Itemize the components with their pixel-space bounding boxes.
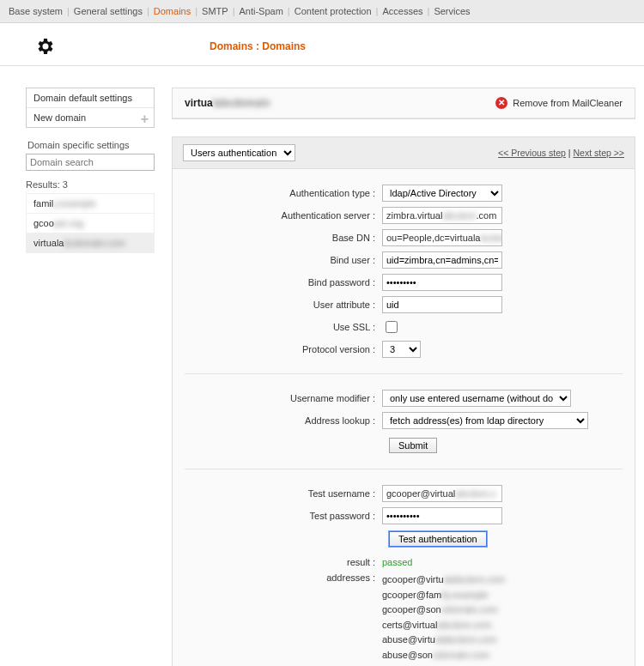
use-ssl-label: Use SSL :: [185, 322, 382, 332]
nav-item[interactable]: Anti-Spam: [239, 6, 283, 16]
auth-type-label: Authentication type :: [185, 188, 382, 198]
use-ssl-checkbox[interactable]: [386, 321, 398, 333]
sidebar-item-default-settings[interactable]: Domain default settings: [27, 88, 154, 108]
user-attr-label: User attribute :: [185, 300, 382, 310]
auth-server-label: Authentication server :: [185, 210, 382, 221]
nav-item[interactable]: Services: [434, 6, 470, 16]
breadcrumb: Domains : Domains: [210, 40, 306, 52]
results-list: family.examplegcooper.orgvirtualabcdomai…: [26, 193, 155, 253]
domain-title: virtualabcdomain: [185, 97, 270, 109]
auth-type-select[interactable]: ldap/Active Directory: [382, 185, 502, 202]
addr-lookup-select[interactable]: fetch address(es) from ldap directory: [382, 412, 588, 429]
main-area: virtualabcdomain ✕ Remove from MailClean…: [172, 88, 635, 666]
auth-settings-card: Users authentication << Previous step | …: [172, 136, 635, 666]
test-auth-button[interactable]: Test authentication: [389, 531, 487, 547]
addresses-label: addresses :: [185, 572, 382, 583]
sidebar: Domain default settings New domain + Dom…: [26, 88, 155, 666]
results-count: Results: 3: [26, 179, 155, 190]
test-pw-field[interactable]: [382, 507, 502, 524]
address-row: certs@virtualabcdom.com: [382, 618, 623, 633]
result-row[interactable]: virtualabcdomain.com: [27, 233, 154, 252]
top-nav: Base system|General settings|Domains|SMT…: [0, 0, 644, 23]
result-row[interactable]: gcooper.org: [27, 214, 154, 233]
sidebar-item-label: Domain default settings: [33, 93, 132, 103]
bind-pw-field[interactable]: [382, 274, 502, 291]
remove-label: Remove from MailCleaner: [513, 98, 623, 108]
close-icon: ✕: [495, 97, 507, 109]
domain-search-input[interactable]: [26, 154, 155, 171]
test-user-label: Test username :: [185, 488, 382, 499]
sidebar-item-new-domain[interactable]: New domain +: [27, 108, 154, 127]
test-pw-label: Test password :: [185, 511, 382, 521]
page-header: Domains : Domains: [0, 23, 644, 66]
plus-icon: +: [141, 112, 149, 127]
bind-user-label: Bind user :: [185, 255, 382, 265]
address-row: gcooper@family.example: [382, 588, 623, 603]
address-row: abuse@sonodomain.com: [382, 648, 623, 663]
nav-item[interactable]: Base system: [9, 6, 63, 16]
step-links: << Previous step | Next step >>: [498, 148, 624, 158]
nav-item[interactable]: Domains: [154, 6, 191, 16]
sidebar-panel-domains: Domain default settings New domain +: [26, 88, 155, 128]
submit-button[interactable]: Submit: [389, 438, 437, 453]
user-mod-label: Username modifier :: [185, 393, 382, 403]
sidebar-item-label: New domain: [33, 112, 86, 123]
user-mod-select[interactable]: only use entered username (without domai…: [382, 390, 571, 407]
domain-title-card: virtualabcdomain ✕ Remove from MailClean…: [172, 88, 635, 119]
nav-item[interactable]: SMTP: [202, 6, 228, 16]
sidebar-heading-specific: Domain specific settings: [27, 140, 155, 150]
nav-item[interactable]: Accesses: [382, 6, 422, 16]
step-select[interactable]: Users authentication: [183, 144, 295, 161]
test-user-field[interactable]: gcooper@virtualabcdom.c: [382, 485, 502, 502]
address-row: gcooper@sonodomain.com: [382, 602, 623, 618]
nav-item[interactable]: Content protection: [295, 6, 372, 16]
base-dn-field[interactable]: ou=People,dc=virtualabcdom: [382, 229, 502, 246]
result-value: passed: [382, 557, 412, 567]
proto-select[interactable]: 3: [382, 341, 421, 358]
user-attr-field[interactable]: [382, 296, 502, 313]
gear-icon: [34, 36, 55, 57]
auth-server-field[interactable]: zimbra.virtualabcdom.com: [382, 207, 502, 224]
address-row: gcooper@virtualabcdom.com: [382, 572, 623, 588]
bind-user-field[interactable]: [382, 251, 502, 269]
result-label: result :: [185, 557, 382, 567]
remove-from-mailcleaner-button[interactable]: ✕ Remove from MailCleaner: [495, 97, 623, 109]
address-row: abuse@virtualabcdom.com: [382, 633, 623, 648]
addr-lookup-label: Address lookup :: [185, 415, 382, 426]
prev-step-link[interactable]: << Previous step: [498, 148, 566, 158]
bind-pw-label: Bind password :: [185, 277, 382, 288]
addresses-list: gcooper@virtualabcdom.comgcooper@family.…: [382, 572, 623, 663]
proto-label: Protocol version :: [185, 344, 382, 354]
nav-item[interactable]: General settings: [74, 6, 143, 16]
base-dn-label: Base DN :: [185, 233, 382, 243]
result-row[interactable]: family.example: [27, 194, 154, 214]
next-step-link[interactable]: Next step >>: [573, 148, 624, 158]
